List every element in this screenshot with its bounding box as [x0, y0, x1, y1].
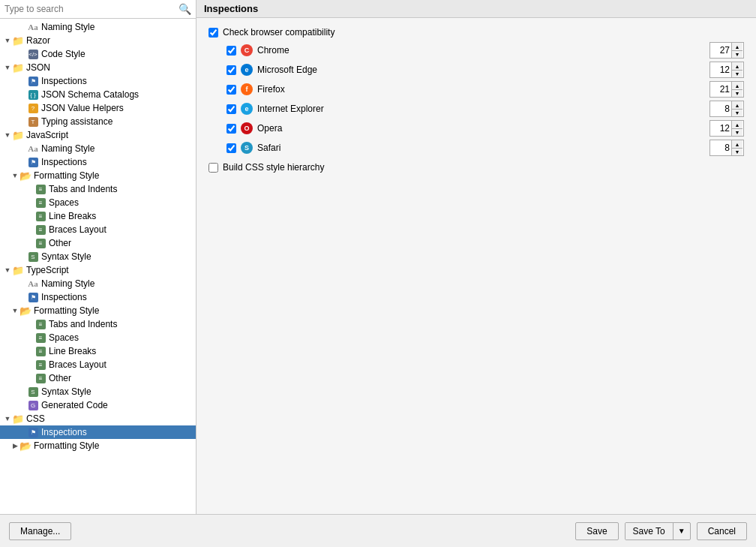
- spinner-down[interactable]: ▼: [732, 128, 742, 136]
- browser-compat-label[interactable]: Check browser compatibility: [223, 27, 334, 38]
- tree-item-json-value[interactable]: ?JSON Value Helpers: [0, 101, 196, 115]
- save-to-dropdown[interactable]: ▼: [674, 524, 690, 538]
- tree-item-generated-ts[interactable]: GGenerated Code: [0, 398, 196, 412]
- tree-item-label: Spaces: [49, 332, 79, 343]
- tree-arrow[interactable]: ▼: [3, 64, 12, 71]
- browser-compat-checkbox[interactable]: [208, 28, 218, 38]
- spinner-down[interactable]: ▼: [732, 148, 742, 155]
- browser-checkbox-microsoft-edge[interactable]: [226, 65, 236, 75]
- version-input[interactable]: [710, 143, 731, 153]
- browser-icon-safari: S: [241, 142, 253, 154]
- tree-item-label: Formatting Style: [34, 305, 99, 316]
- spinner-down[interactable]: ▼: [732, 50, 742, 58]
- version-input[interactable]: [710, 65, 731, 75]
- version-input[interactable]: [710, 45, 731, 56]
- tree-item-label: TypeScript: [26, 265, 69, 275]
- save-to-button[interactable]: Save To: [626, 523, 674, 539]
- tree-item-formatting-css[interactable]: ▶📂Formatting Style: [0, 439, 196, 452]
- build-css-checkbox[interactable]: [208, 163, 218, 173]
- version-input[interactable]: [710, 104, 731, 114]
- version-input[interactable]: [710, 123, 731, 134]
- tree-item-label: Spaces: [49, 197, 79, 208]
- tree-arrow[interactable]: ▼: [3, 266, 12, 274]
- spinner-up[interactable]: ▲: [732, 140, 742, 148]
- format-item-icon: ≡: [34, 318, 46, 330]
- tree-arrow[interactable]: ▼: [3, 131, 12, 139]
- tree-item-label: Formatting Style: [34, 440, 99, 451]
- tree-item-label: Line Breaks: [49, 346, 96, 356]
- cancel-button[interactable]: Cancel: [697, 522, 747, 540]
- spinner-down[interactable]: ▼: [732, 89, 742, 97]
- tree-item-naming-ts[interactable]: AaNaming Style: [0, 277, 196, 290]
- spinner-up[interactable]: ▲: [732, 121, 742, 128]
- tree-item-syntax-ts[interactable]: SSyntax Style: [0, 385, 196, 398]
- tree-item-braces-ts[interactable]: ≡Braces Layout: [0, 358, 196, 371]
- browser-row-firefox: fFirefox▲▼: [226, 81, 744, 98]
- tree-item-inspections-json[interactable]: ⚑Inspections: [0, 74, 196, 88]
- browser-row-microsoft-edge: eMicrosoft Edge▲▼: [226, 62, 744, 78]
- manage-button[interactable]: Manage...: [9, 522, 71, 540]
- spinner-up[interactable]: ▲: [732, 82, 742, 89]
- tree-item-json-schema[interactable]: { }JSON Schema Catalogs: [0, 88, 196, 101]
- tree-item-linebreaks-ts[interactable]: ≡Line Breaks: [0, 344, 196, 358]
- version-input[interactable]: [710, 84, 731, 95]
- tree-item-label: Typing assistance: [41, 116, 112, 127]
- browser-row-safari: SSafari▲▼: [226, 140, 744, 156]
- tree-item-code-style-razor[interactable]: </>Code Style: [0, 47, 196, 61]
- tree-item-tabs-ts[interactable]: ≡Tabs and Indents: [0, 317, 196, 331]
- tree-item-label: Syntax Style: [41, 251, 92, 262]
- tree-item-formatting-js[interactable]: ▼📂Formatting Style: [0, 169, 196, 182]
- tree-item-other-js[interactable]: ≡Other: [0, 236, 196, 250]
- tree-item-syntax-js[interactable]: SSyntax Style: [0, 250, 196, 263]
- tree-item-naming-js[interactable]: AaNaming Style: [0, 142, 196, 155]
- tree-item-inspections-ts[interactable]: ⚑Inspections: [0, 290, 196, 304]
- build-css-label[interactable]: Build CSS style hierarchy: [223, 162, 324, 173]
- tree-item-label: Naming Style: [41, 278, 94, 289]
- browser-compat-row: Check browser compatibility: [208, 27, 744, 38]
- spinner-down[interactable]: ▼: [732, 70, 742, 77]
- tree-item-label: Braces Layout: [49, 224, 106, 235]
- spinner-up[interactable]: ▲: [732, 43, 742, 50]
- browser-checkbox-safari[interactable]: [226, 143, 236, 153]
- version-spinner: ▲▼: [710, 62, 744, 78]
- tree-item-formatting-ts[interactable]: ▼📂Formatting Style: [0, 304, 196, 317]
- search-input[interactable]: [4, 4, 178, 14]
- browser-checkbox-opera[interactable]: [226, 124, 236, 134]
- right-panel: Inspections Check browser compatibility …: [196, 0, 756, 514]
- tree-arrow[interactable]: ▼: [3, 415, 12, 422]
- tree-item-inspections-js[interactable]: ⚑Inspections: [0, 155, 196, 169]
- tree-item-css[interactable]: ▼📁CSS: [0, 412, 196, 425]
- tree-item-label: Code Style: [41, 49, 86, 59]
- tree-item-naming-style-razor[interactable]: AaNaming Style: [0, 20, 196, 34]
- tree-item-typing-json[interactable]: TTyping assistance: [0, 115, 196, 128]
- tree-item-other-ts[interactable]: ≡Other: [0, 371, 196, 385]
- tree-arrow[interactable]: ▼: [3, 37, 12, 44]
- inspect-icon: ⚑: [27, 426, 39, 438]
- tree-item-typescript[interactable]: ▼📁TypeScript: [0, 263, 196, 277]
- spinner-down[interactable]: ▼: [732, 109, 742, 116]
- syntax-icon: S: [27, 251, 39, 263]
- tree-item-label: Naming Style: [41, 143, 94, 154]
- format-item-icon: ≡: [34, 183, 46, 195]
- tree-item-braces-js[interactable]: ≡Braces Layout: [0, 223, 196, 236]
- spinner-up[interactable]: ▲: [732, 101, 742, 109]
- browser-checkbox-chrome[interactable]: [226, 46, 236, 56]
- tree-item-spaces-ts[interactable]: ≡Spaces: [0, 331, 196, 344]
- tree-arrow[interactable]: ▶: [10, 442, 20, 449]
- tree-item-linebreaks-js[interactable]: ≡Line Breaks: [0, 209, 196, 223]
- tree-item-tabs-js[interactable]: ≡Tabs and Indents: [0, 182, 196, 196]
- browser-checkbox-firefox[interactable]: [226, 85, 236, 95]
- tree-arrow[interactable]: ▼: [10, 307, 20, 314]
- tree-item-spaces-js[interactable]: ≡Spaces: [0, 196, 196, 209]
- browser-row-opera: OOpera▲▼: [226, 120, 744, 137]
- spinner-up[interactable]: ▲: [732, 62, 742, 70]
- save-button[interactable]: Save: [575, 522, 618, 540]
- tree-item-label: JSON: [26, 62, 50, 73]
- tree-item-inspections-css[interactable]: ⚑Inspections: [0, 425, 196, 439]
- tree-item-json[interactable]: ▼📁JSON: [0, 61, 196, 74]
- tree-item-javascript[interactable]: ▼📁JavaScript: [0, 128, 196, 142]
- browser-row-internet-explorer: eInternet Explorer▲▼: [226, 101, 744, 117]
- tree-arrow[interactable]: ▼: [10, 172, 20, 179]
- tree-item-razor[interactable]: ▼📁Razor: [0, 34, 196, 47]
- browser-checkbox-internet-explorer[interactable]: [226, 104, 236, 114]
